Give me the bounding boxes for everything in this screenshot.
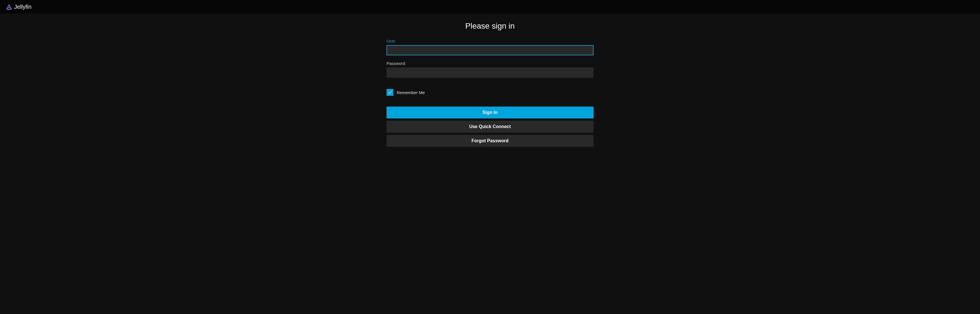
- password-field-group: Password: [387, 61, 593, 78]
- remember-me-checkbox[interactable]: [387, 89, 393, 96]
- brand-logo[interactable]: Jellyfin: [6, 3, 32, 10]
- remember-me-group: Remember Me: [387, 89, 593, 96]
- password-label: Password: [387, 61, 593, 66]
- brand-name: Jellyfin: [14, 4, 32, 10]
- signin-button[interactable]: Sign In: [387, 106, 593, 119]
- remember-me-label[interactable]: Remember Me: [397, 90, 425, 95]
- forgot-password-button[interactable]: Forgot Password: [387, 135, 593, 147]
- jellyfin-icon: [6, 3, 13, 10]
- user-input[interactable]: [387, 45, 593, 55]
- user-label: User: [387, 38, 593, 43]
- user-field-group: User: [387, 38, 593, 55]
- login-form: User Password Remember Me Sign In Use Qu…: [387, 38, 593, 149]
- check-icon: [387, 90, 393, 95]
- password-input[interactable]: [387, 67, 593, 78]
- app-header: Jellyfin: [0, 0, 980, 14]
- main-content: Please sign in User Password Remember Me…: [0, 14, 980, 149]
- quick-connect-button[interactable]: Use Quick Connect: [387, 121, 593, 133]
- page-title: Please sign in: [465, 22, 515, 31]
